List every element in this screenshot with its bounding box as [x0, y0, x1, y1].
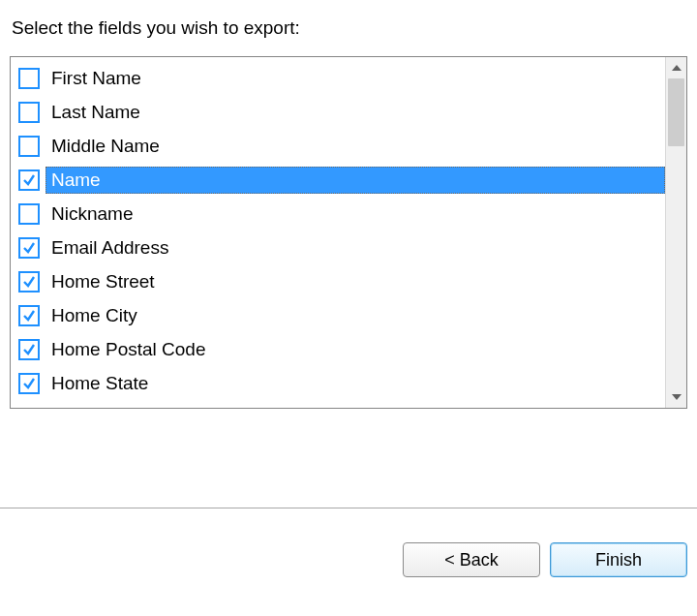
- field-checkbox[interactable]: [18, 339, 40, 360]
- instruction-label: Select the fields you wish to export:: [12, 17, 687, 39]
- list-item[interactable]: Home Postal Code: [18, 332, 665, 366]
- field-label: Name: [45, 167, 665, 194]
- list-item[interactable]: Home City: [18, 298, 665, 332]
- field-checkbox[interactable]: [18, 68, 40, 89]
- back-button[interactable]: < Back: [403, 542, 540, 577]
- list-item[interactable]: First Name: [18, 61, 665, 95]
- field-checkbox[interactable]: [18, 373, 40, 394]
- scroll-down-button[interactable]: [666, 386, 686, 408]
- svg-marker-0: [672, 65, 682, 71]
- scroll-thumb[interactable]: [668, 78, 684, 146]
- list-item[interactable]: Email Address: [18, 231, 665, 264]
- list-item[interactable]: Last Name: [18, 95, 665, 129]
- list-item[interactable]: Home State: [18, 366, 665, 400]
- fields-listbox[interactable]: First NameLast NameMiddle NameNameNickna…: [10, 56, 687, 409]
- field-label: Nickname: [45, 200, 138, 228]
- list-item[interactable]: Nickname: [18, 197, 665, 231]
- list-item[interactable]: Name: [18, 163, 665, 197]
- scroll-track[interactable]: [666, 78, 686, 386]
- field-checkbox[interactable]: [18, 136, 40, 157]
- field-label: Last Name: [45, 99, 146, 126]
- list-item[interactable]: Home Street: [18, 264, 665, 298]
- field-label: Home Postal Code: [45, 336, 211, 363]
- separator: [0, 508, 697, 509]
- list-item[interactable]: Middle Name: [18, 129, 665, 163]
- field-label: First Name: [45, 65, 147, 92]
- field-checkbox[interactable]: [18, 203, 40, 225]
- field-checkbox[interactable]: [18, 169, 40, 191]
- field-checkbox[interactable]: [18, 305, 40, 326]
- field-label: Home City: [45, 302, 143, 329]
- vertical-scrollbar[interactable]: [665, 57, 686, 408]
- field-checkbox[interactable]: [18, 237, 40, 259]
- svg-marker-1: [672, 394, 682, 400]
- field-label: Home Street: [45, 268, 161, 295]
- scroll-up-button[interactable]: [666, 57, 686, 78]
- finish-button[interactable]: Finish: [550, 542, 687, 577]
- field-label: Email Address: [45, 234, 174, 262]
- wizard-buttons: < Back Finish: [403, 542, 687, 577]
- field-label: Home State: [45, 370, 154, 397]
- field-checkbox[interactable]: [18, 271, 40, 293]
- field-checkbox[interactable]: [18, 102, 40, 123]
- field-label: Middle Name: [45, 133, 166, 160]
